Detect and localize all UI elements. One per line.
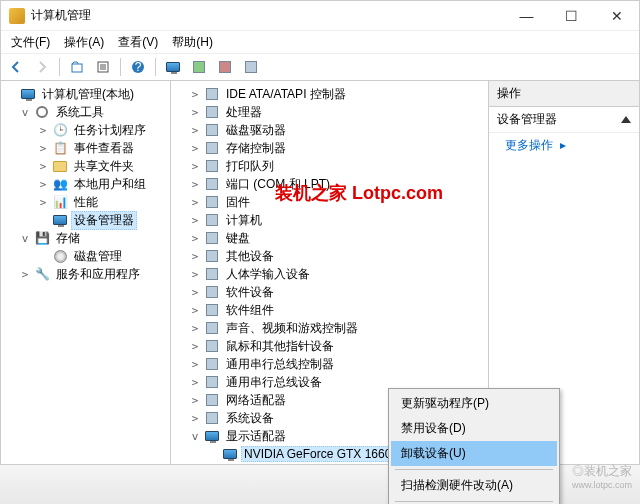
tree-system-tools[interactable]: v系统工具 [1,103,170,121]
device-category[interactable]: >软件设备 [171,283,488,301]
device-category[interactable]: >通用串行总线控制器 [171,355,488,373]
tree-task-scheduler[interactable]: >🕒任务计划程序 [1,121,170,139]
device-category[interactable]: >人体学输入设备 [171,265,488,283]
tree-performance[interactable]: >📊性能 [1,193,170,211]
tree-storage[interactable]: v💾存储 [1,229,170,247]
tree-device-manager[interactable]: 设备管理器 [1,211,170,229]
ctx-separator [395,501,553,502]
app-icon [9,8,25,24]
maximize-button[interactable]: ☐ [549,1,594,30]
device-category[interactable]: >打印队列 [171,157,488,175]
device-category[interactable]: >键盘 [171,229,488,247]
device-category[interactable]: >计算机 [171,211,488,229]
menu-file[interactable]: 文件(F) [5,32,56,53]
titlebar: 计算机管理 — ☐ ✕ [1,1,639,31]
device-category[interactable]: >IDE ATA/ATAPI 控制器 [171,85,488,103]
tool-button-2[interactable] [214,56,236,78]
device-category[interactable]: >声音、视频和游戏控制器 [171,319,488,337]
tree-root[interactable]: 计算机管理(本地) [1,85,170,103]
context-menu: 更新驱动程序(P) 禁用设备(D) 卸载设备(U) 扫描检测硬件改动(A) 属性… [388,388,560,504]
svg-rect-0 [72,64,82,72]
action-pane-header: 操作 [489,81,639,107]
device-category[interactable]: >处理器 [171,103,488,121]
tool-button-3[interactable] [240,56,262,78]
device-category[interactable]: >鼠标和其他指针设备 [171,337,488,355]
ctx-update-driver[interactable]: 更新驱动程序(P) [391,391,557,416]
device-category[interactable]: >固件 [171,193,488,211]
ctx-disable-device[interactable]: 禁用设备(D) [391,416,557,441]
menu-view[interactable]: 查看(V) [112,32,164,53]
minimize-button[interactable]: — [504,1,549,30]
tree-shared-folders[interactable]: >共享文件夹 [1,157,170,175]
close-button[interactable]: ✕ [594,1,639,30]
up-button[interactable] [66,56,88,78]
tool-button-1[interactable] [188,56,210,78]
scan-button[interactable] [162,56,184,78]
menubar: 文件(F) 操作(A) 查看(V) 帮助(H) [1,31,639,53]
forward-button[interactable] [31,56,53,78]
device-category[interactable]: >其他设备 [171,247,488,265]
help-button[interactable]: ? [127,56,149,78]
menu-action[interactable]: 操作(A) [58,32,110,53]
action-section[interactable]: 设备管理器 [489,107,639,133]
toolbar: ? [1,53,639,81]
collapse-icon [621,116,631,123]
ctx-scan-hardware[interactable]: 扫描检测硬件改动(A) [391,473,557,498]
menu-help[interactable]: 帮助(H) [166,32,219,53]
tree-disk-mgmt[interactable]: 磁盘管理 [1,247,170,265]
device-category[interactable]: >存储控制器 [171,139,488,157]
back-button[interactable] [5,56,27,78]
ctx-separator [395,469,553,470]
left-tree[interactable]: 计算机管理(本地) v系统工具 >🕒任务计划程序 >📋事件查看器 >共享文件夹 … [1,81,171,481]
ctx-uninstall-device[interactable]: 卸载设备(U) [391,441,557,466]
device-category[interactable]: >软件组件 [171,301,488,319]
device-category[interactable]: >端口 (COM 和 LPT) [171,175,488,193]
more-actions[interactable]: 更多操作 ▸ [489,133,639,158]
window-title: 计算机管理 [31,7,504,24]
tree-services[interactable]: >🔧服务和应用程序 [1,265,170,283]
properties-button[interactable] [92,56,114,78]
tree-event-viewer[interactable]: >📋事件查看器 [1,139,170,157]
device-category[interactable]: >磁盘驱动器 [171,121,488,139]
svg-text:?: ? [135,60,142,74]
tree-local-users[interactable]: >👥本地用户和组 [1,175,170,193]
